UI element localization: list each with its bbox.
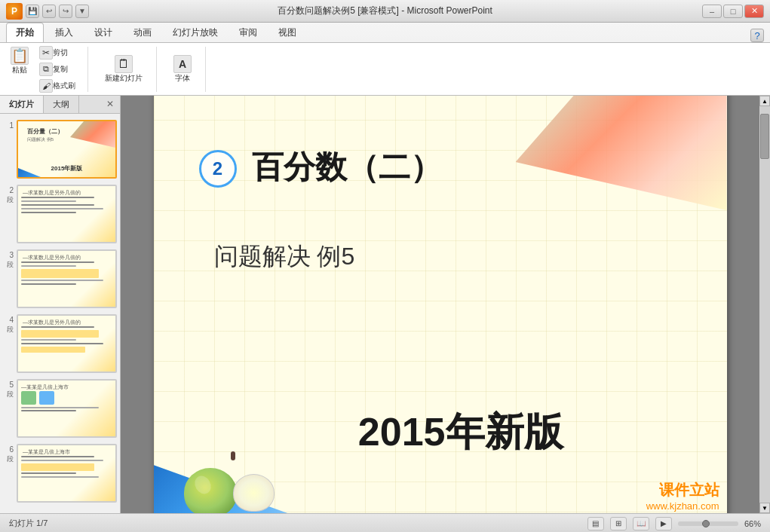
slides-items: 🗒 新建幻灯片 — [100, 54, 147, 85]
slide-watermark-text1: 课件立站 — [646, 480, 719, 500]
slide-item-2[interactable]: 2 段 —求某数儿是另外几倍的 — [3, 185, 117, 243]
ribbon-tabs: 开始 插入 设计 动画 幻灯片放映 审阅 视图 ? — [0, 23, 770, 42]
scroll-thumb[interactable] — [760, 114, 769, 159]
quick-undo-btn[interactable]: ↩ — [42, 5, 56, 18]
apple-stem — [231, 451, 235, 460]
font-icon: A — [173, 55, 192, 73]
slides-group: 🗒 新建幻灯片 — [100, 47, 157, 92]
slide-6-title: —某某是几倍上海市 — [23, 448, 70, 456]
slide-watermark-text2: www.kjzhan.com — [646, 500, 719, 512]
apple-body — [184, 468, 237, 513]
edit-area[interactable]: 2 百分数（二） 问题解决 例5 2015年新版 课件立站 www.kjzhan… — [121, 96, 759, 513]
cut-label: 剪切 — [53, 47, 68, 58]
maximize-button[interactable]: □ — [723, 5, 743, 18]
title-bar-left: P 💾 ↩ ↪ ▼ — [6, 3, 89, 20]
slide-thumb-1: 百分量（二） 问题解决 例5 2015年新版 — [17, 120, 117, 179]
quick-more-btn[interactable]: ▼ — [75, 5, 89, 18]
panel-close-button[interactable]: ✕ — [100, 96, 120, 113]
minimize-button[interactable]: – — [702, 5, 722, 18]
slide-thumb-2: —求某数儿是另外几倍的 — [17, 185, 117, 243]
tab-start[interactable]: 开始 — [6, 23, 44, 42]
quick-save-btn[interactable]: 💾 — [26, 5, 39, 18]
tab-insert[interactable]: 插入 — [45, 23, 83, 42]
font-button[interactable]: A 字体 — [169, 54, 196, 85]
cut-icon: ✂ — [39, 46, 53, 60]
close-button[interactable]: ✕ — [744, 5, 764, 18]
cut-button[interactable]: ✂ 剪切 — [36, 45, 78, 60]
copy-button[interactable]: ⧉ 复制 — [36, 62, 78, 77]
main-area: 幻灯片 大纲 ✕ 1 百分量（二） 问题解决 例5 2015年新版 — [0, 96, 770, 513]
office-logo: P — [6, 3, 23, 20]
slide-item-6[interactable]: 6 段 —某某是几倍上海市 — [3, 444, 117, 503]
quick-redo-btn[interactable]: ↪ — [59, 5, 72, 18]
normal-view-button[interactable]: ▤ — [587, 517, 604, 530]
slide-3-lines — [21, 261, 112, 286]
ribbon-content: 📋 粘贴 ✂ 剪切 ⧉ 复制 🖌 格式刷 — [0, 42, 770, 95]
font-group: A 字体 — [169, 47, 206, 92]
format-paint-label: 格式刷 — [53, 81, 75, 91]
format-paint-icon: 🖌 — [39, 79, 53, 93]
zoom-slider[interactable] — [678, 521, 738, 526]
slide-thumb-3: —求某数儿是另外几倍的 — [17, 249, 117, 308]
slide-thumb-6: —某某是几倍上海市 — [17, 444, 117, 503]
slideshow-button[interactable]: ▶ — [655, 517, 672, 530]
right-scrollbar: ▲ ▼ — [759, 96, 770, 513]
slide-number-5: 5 — [3, 379, 14, 389]
clipboard-group: 📋 粘贴 ✂ 剪切 ⧉ 复制 🖌 格式刷 — [6, 47, 88, 92]
window-title: 百分数问题解决例5 [兼容模式] - Microsoft PowerPoint — [278, 5, 492, 17]
new-slide-button[interactable]: 🗒 新建幻灯片 — [100, 54, 147, 85]
slide-number-2: 2 — [3, 185, 14, 194]
slide-year-text: 2015年新版 — [358, 406, 563, 459]
scroll-up-button[interactable]: ▲ — [759, 96, 770, 106]
slide-item-5[interactable]: 5 段 —某某是几倍上海市 — [3, 379, 117, 438]
slide-item-1[interactable]: 1 百分量（二） 问题解决 例5 2015年新版 — [3, 120, 117, 179]
slide-item-4[interactable]: 4 段 —求某数儿是另外几倍的 — [3, 314, 117, 373]
slide-sorter-button[interactable]: ⊞ — [610, 517, 627, 530]
slide-thumb-5: —某某是几倍上海市 — [17, 379, 117, 438]
font-label: 字体 — [175, 73, 190, 84]
slide-item-3[interactable]: 3 段 —求某数儿是另外几倍的 — [3, 249, 117, 308]
slide-main-title: 百分数（二） — [252, 146, 442, 188]
clipboard-items: 📋 粘贴 ✂ 剪切 ⧉ 复制 🖌 格式刷 — [6, 45, 78, 93]
format-paint-button[interactable]: 🖌 格式刷 — [36, 78, 78, 93]
status-slide-info: 幻灯片 1/7 — [9, 518, 48, 529]
zoom-level: 66% — [744, 519, 761, 528]
slide-canvas: 2 百分数（二） 问题解决 例5 2015年新版 课件立站 www.kjzhan… — [154, 96, 727, 513]
slides-list: 1 百分量（二） 问题解决 例5 2015年新版 2 段 — [0, 114, 120, 513]
slide-watermark: 课件立站 www.kjzhan.com — [646, 480, 719, 512]
zoom-thumb — [702, 520, 710, 527]
paste-icon: 📋 — [11, 47, 29, 65]
slide-subtitle: 问题解决 例5 — [214, 240, 355, 274]
help-button[interactable]: ? — [750, 29, 764, 42]
tab-animation[interactable]: 动画 — [124, 23, 161, 42]
copy-icon: ⧉ — [39, 63, 53, 76]
slide-panel: 幻灯片 大纲 ✕ 1 百分量（二） 问题解决 例5 2015年新版 — [0, 96, 121, 513]
tab-view[interactable]: 视图 — [268, 23, 306, 42]
paste-button[interactable]: 📋 粘贴 — [6, 45, 33, 93]
slide-apple-illustration — [176, 451, 244, 512]
slide-badge-number: 2 — [199, 150, 237, 188]
scroll-down-button[interactable]: ▼ — [759, 503, 770, 513]
slide-4-title: —求某数儿是另外几倍的 — [23, 319, 81, 326]
slide-thumb-4: —求某数儿是另外几倍的 — [17, 314, 117, 373]
scroll-track[interactable] — [759, 106, 770, 503]
cut-copy-group: ✂ 剪切 ⧉ 复制 🖌 格式刷 — [36, 45, 78, 93]
tab-slides[interactable]: 幻灯片 — [0, 96, 44, 113]
tab-slideshow[interactable]: 幻灯片放映 — [163, 23, 228, 42]
paste-label: 粘贴 — [12, 65, 27, 75]
slide-number-6: 6 — [3, 444, 14, 454]
reading-view-button[interactable]: 📖 — [633, 517, 649, 530]
tab-review[interactable]: 审阅 — [229, 23, 267, 42]
title-bar: P 💾 ↩ ↪ ▼ 百分数问题解决例5 [兼容模式] - Microsoft P… — [0, 0, 770, 23]
tab-design[interactable]: 设计 — [84, 23, 122, 42]
tab-outline[interactable]: 大纲 — [44, 96, 79, 113]
panel-tabs: 幻灯片 大纲 ✕ — [0, 96, 120, 114]
slide-3-title: —求某数儿是另外几倍的 — [23, 254, 81, 261]
slide-number-3: 3 — [3, 249, 14, 259]
title-bar-right: – □ ✕ — [702, 5, 764, 18]
slide-2-title: —求某数儿是另外几倍的 — [23, 189, 81, 197]
status-bar: 幻灯片 1/7 ▤ ⊞ 📖 ▶ 66% — [0, 513, 770, 532]
apple-half — [233, 474, 275, 512]
status-right: ▤ ⊞ 📖 ▶ 66% — [587, 517, 761, 530]
font-items: A 字体 — [169, 54, 196, 85]
